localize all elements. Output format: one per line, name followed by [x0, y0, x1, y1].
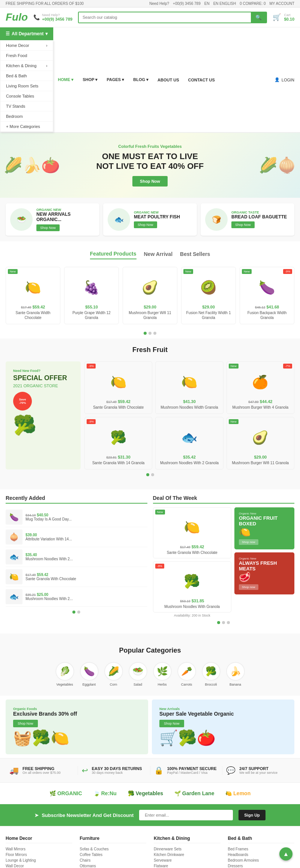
brand-logo-garden[interactable]: 🌱 Garden Lane [174, 790, 214, 796]
fruit-img-5: 🥑 [245, 425, 275, 451]
dropdown-item-bedroom[interactable]: Bedroom [0, 111, 53, 122]
tab-new-arrival[interactable]: New Arrival [144, 249, 173, 259]
deal-dot-1[interactable] [217, 621, 220, 624]
fruit-dot-2[interactable] [151, 473, 154, 476]
category-corn[interactable]: 🌽 Corn [104, 662, 123, 686]
deal-meats-btn[interactable]: Shop now [239, 584, 258, 590]
search-input[interactable] [79, 12, 251, 23]
nav-blog[interactable]: BLOG ▾ [129, 74, 153, 86]
category-vegetables[interactable]: 🥬 Vegetables [56, 662, 74, 686]
promo-title-1: MEAT POULTRY FISH [134, 214, 192, 220]
dot-1[interactable] [144, 332, 147, 335]
nav-pages[interactable]: PAGES ▾ [102, 74, 129, 86]
fruit-sale-3: -9% [87, 419, 96, 424]
category-salad[interactable]: 🥗 Salad [129, 662, 147, 686]
deal-dot-2[interactable] [222, 621, 225, 624]
dot-2[interactable] [148, 332, 152, 335]
dropdown-item-home-decor[interactable]: Home Decor › [0, 41, 53, 51]
category-eggplant[interactable]: 🍆 Eggplant [80, 662, 99, 686]
dropdown-item-kitchen[interactable]: Kitchen & Dining › [0, 61, 53, 71]
my-account-link[interactable]: MY ACCOUNT [270, 2, 295, 6]
footer-link-dressers[interactable]: Dressers [228, 864, 295, 868]
hero-shop-button[interactable]: Shop Now [132, 176, 168, 187]
footer-link-dinnerware[interactable]: Dinnerware Sets [154, 847, 220, 851]
footer-link-floor-mirrors[interactable]: Floor Mirrors [6, 853, 72, 857]
footer-link-wall-mirrors[interactable]: Wall Mirrors [6, 847, 72, 851]
dropdown-item-console[interactable]: Console Tables [0, 91, 53, 101]
deal-price-1: $53.10 $31.85 [156, 599, 228, 603]
fruit-old-price-3: $23.81 [106, 456, 117, 459]
tab-featured-products[interactable]: Featured Products [90, 249, 136, 259]
cart-amount[interactable]: $0.10 [284, 17, 294, 21]
promo-btn-0[interactable]: Shop Now [36, 224, 60, 231]
category-carrots[interactable]: 🥕 Carrots [177, 662, 196, 686]
top-bar: FREE SHIPPING FOR ALL ORDERS OF $100 Nee… [0, 0, 300, 8]
scroll-to-top-button[interactable]: ▲ [279, 847, 292, 860]
brand-title-0: Exclusive Brands 30% off [13, 711, 141, 717]
promo-btn-1[interactable]: Shop Now [134, 221, 157, 228]
dropdown-item-tv[interactable]: TV Stands [0, 101, 53, 111]
promo-text-1: Organic New MEAT POULTRY FISH Shop Now [134, 211, 192, 228]
brand-btn-0[interactable]: Shop Now [13, 720, 38, 727]
footer-link-ottomans[interactable]: Ottomans [80, 864, 147, 868]
dot-3[interactable] [153, 332, 156, 335]
deal-img-0: 🍋 [177, 514, 207, 541]
brand-btn-1[interactable]: Shop Now [159, 720, 184, 727]
footer-link-coffee-tables[interactable]: Coffee Tables [80, 853, 147, 857]
recent-old-price-3: $17.49 [26, 573, 36, 577]
deal-dot-3[interactable] [227, 621, 230, 624]
recent-dot-2[interactable] [77, 611, 80, 614]
language-selector[interactable]: EN [204, 2, 210, 6]
recent-dot-1[interactable] [72, 611, 75, 614]
two-col-section: Recently Added 🍆 $34.10 $40.50 Mug Today… [0, 489, 300, 633]
brand-logo-renu[interactable]: 🍃 Re:Nu [93, 790, 117, 796]
brand-logo-organic[interactable]: 🌿 ORGANIC [50, 790, 82, 796]
product-badge-3: New [183, 269, 193, 274]
tab-best-sellers[interactable]: Best Sellers [180, 249, 210, 259]
phone-number-header[interactable]: +00(9) 3456 789 [42, 17, 72, 21]
recent-new-price-4: $25.00 [37, 593, 48, 597]
footer-link-lounge[interactable]: Lounge & Lighting [6, 858, 72, 862]
deal-meats-img: 🥩 [239, 572, 290, 582]
category-broccoli[interactable]: 🥦 Broccoli [202, 662, 220, 686]
fruit-dot-1[interactable] [146, 473, 149, 476]
footer-link-wall-decor[interactable]: Wall Decor [6, 864, 72, 868]
product-name-2: Mushroom Burger Wifi 11 Granola [127, 310, 173, 320]
nav-about[interactable]: ABOUT US [153, 74, 183, 86]
deal-organic-btn[interactable]: Shop now [239, 539, 258, 545]
footer-link-chairs[interactable]: Chairs [80, 858, 147, 862]
cart-icon[interactable]: 🛒 [273, 13, 281, 21]
promo-text-0: Organic New NEW ARRIVALS ORGANIC... Shop… [36, 208, 95, 231]
product-card-2: 🥑 $29.00 Mushroom Burger Wifi 11 Granola [123, 267, 177, 324]
dropdown-item-living[interactable]: Living Room Sets [0, 81, 53, 91]
footer-link-serveware[interactable]: Serveware [154, 858, 220, 862]
search-button[interactable]: 🔍 [251, 12, 266, 23]
newsletter-signup-button[interactable]: Sign Up [238, 810, 266, 820]
currency-selector[interactable]: EN ENGLISH [213, 2, 236, 6]
promo-btn-2[interactable]: Shop Now [231, 221, 255, 228]
deal-layout: New 🍋 $17.49 $59.42 Sante Granola With C… [153, 507, 295, 617]
brand-logo-vegetables[interactable]: 🥦 Vegetables [128, 790, 163, 796]
nav-shop[interactable]: SHOP ▾ [78, 74, 102, 86]
dropdown-item-bed-bath[interactable]: Bed & Bath [0, 71, 53, 81]
nav-home[interactable]: HOME ▾ [53, 74, 78, 86]
login-button[interactable]: 👤 LOGIN [269, 27, 300, 132]
all-department-button[interactable]: ☰ All Department ▾ [0, 27, 53, 40]
category-herbs[interactable]: 🌿 Herbs [153, 662, 172, 686]
brand-img-0: 🧺🥦🍋 [13, 729, 141, 747]
newsletter-email-input[interactable] [139, 810, 233, 820]
footer-link-sofas[interactable]: Sofas & Couches [80, 847, 147, 851]
footer-link-drinkware[interactable]: Kitchen Drinkware [154, 853, 220, 857]
brand-logo-lemon[interactable]: 🍋 Lemon [225, 790, 250, 796]
dropdown-menu: Home Decor › Fresh Food Kitchen & Dining… [0, 40, 53, 132]
dropdown-item-more[interactable]: + More Categories [0, 122, 53, 132]
recent-name-1: Attribute Variation With 14... [26, 537, 147, 541]
dropdown-item-fresh-food[interactable]: Fresh Food [0, 51, 53, 61]
phone-number[interactable]: +00(9) 3456 789 [173, 2, 201, 6]
footer-link-flatware[interactable]: Flatware [154, 864, 220, 868]
nav-contact[interactable]: CONTACT US [184, 74, 219, 86]
promo-label-2: Organic Taste [231, 211, 290, 214]
recent-price-0: $34.10 $40.50 [26, 513, 147, 517]
category-banana[interactable]: 🍌 Banana [226, 662, 245, 686]
feature-support: 💬 24/7 SUPPORT We will be at your servic… [222, 766, 294, 775]
